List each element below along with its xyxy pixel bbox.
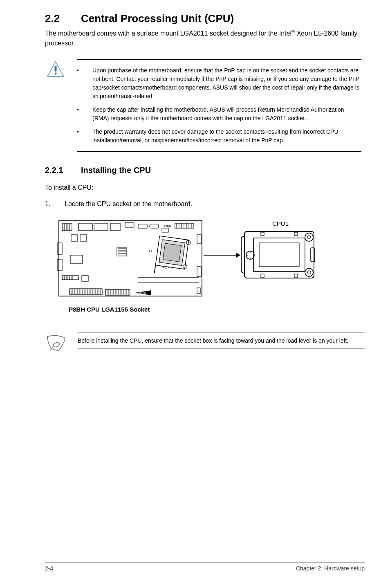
svg-rect-14 [138, 224, 147, 228]
callout-rule-bottom [77, 151, 361, 152]
svg-rect-97 [244, 231, 314, 278]
svg-rect-12 [110, 223, 120, 231]
bullet-icon: • [77, 105, 80, 123]
svg-rect-76 [105, 290, 130, 295]
svg-rect-27 [80, 235, 87, 241]
svg-point-2 [54, 72, 56, 74]
section-heading: 2.2 Central Processing Unit (CPU) [45, 12, 365, 25]
svg-text:P8BH: P8BH [164, 225, 171, 228]
svg-rect-44 [197, 235, 201, 244]
section-number: 2.2 [45, 12, 81, 25]
note-icon [46, 332, 66, 353]
svg-rect-29 [57, 259, 62, 271]
motherboard-figure: P8BH [56, 218, 365, 313]
warning-item: • The product warranty does not cover da… [77, 125, 361, 147]
subsection-title: Installing the CPU [81, 166, 151, 175]
intro-reg: ® [291, 29, 295, 34]
svg-rect-10 [78, 223, 92, 231]
svg-rect-4 [62, 223, 72, 231]
footer-page-number: 2-4 [45, 565, 53, 572]
svg-point-106 [305, 268, 313, 276]
svg-rect-55 [82, 276, 88, 281]
subsection-lead: To install a CPU: [45, 184, 365, 191]
section-title: Central Processing Unit (CPU) [81, 12, 234, 25]
step-text: Locate the CPU socket on the motherboard… [65, 200, 192, 208]
warning-item-text: Keep the cap after installing the mother… [92, 105, 361, 123]
svg-rect-99 [259, 243, 299, 267]
figure-caption: P8BH CPU LGA1155 Socket [69, 306, 365, 313]
svg-rect-13 [125, 222, 134, 227]
intro-text-pre: The motherboard comes with a surface mou… [45, 30, 291, 37]
svg-point-107 [307, 271, 311, 274]
svg-point-104 [305, 233, 313, 241]
svg-rect-110 [294, 232, 298, 236]
subsection-number: 2.2.1 [45, 166, 81, 175]
note-text: Before installing the CPU, ensure that t… [78, 333, 365, 348]
footer-chapter: Chapter 2: Hardware setup [296, 565, 365, 572]
svg-rect-46 [197, 288, 200, 294]
svg-rect-15 [150, 224, 159, 228]
warning-item: • Upon purchase of the motherboard, ensu… [77, 64, 361, 103]
svg-rect-28 [57, 243, 62, 254]
bullet-icon: • [77, 66, 80, 101]
cpu-label-text: CPU1 [272, 220, 289, 227]
warning-item-text: The product warranty does not cover dama… [92, 128, 361, 145]
svg-point-105 [307, 236, 311, 239]
svg-rect-111 [261, 274, 264, 277]
svg-line-43 [155, 265, 156, 273]
svg-point-37 [150, 250, 152, 252]
section-intro: The motherboard comes with a surface mou… [45, 28, 365, 48]
subsection-heading: 2.2.1 Installing the CPU [45, 166, 365, 175]
svg-rect-26 [71, 235, 78, 241]
svg-rect-18 [175, 223, 194, 228]
svg-rect-1 [55, 66, 57, 72]
svg-marker-96 [236, 253, 240, 258]
svg-rect-17 [162, 228, 168, 232]
svg-point-113 [53, 341, 60, 348]
svg-rect-11 [94, 223, 108, 231]
warning-callout: • Upon purchase of the motherboard, ensu… [45, 59, 365, 152]
svg-rect-30 [70, 255, 83, 263]
warning-item-text: Upon purchase of the motherboard, ensure… [92, 66, 361, 101]
warning-icon [46, 59, 65, 152]
svg-rect-112 [294, 274, 298, 277]
note-callout: Before installing the CPU, ensure that t… [45, 332, 365, 353]
svg-rect-40 [163, 243, 181, 262]
step-1: 1. Locate the CPU socket on the motherbo… [45, 200, 365, 208]
svg-text:/SUS: /SUS [138, 292, 146, 295]
bullet-icon: • [77, 128, 80, 145]
svg-rect-109 [261, 232, 264, 236]
step-number: 1. [45, 200, 53, 208]
warning-list: • Upon purchase of the motherboard, ensu… [77, 60, 361, 151]
note-rule-bottom [78, 348, 365, 349]
svg-rect-45 [197, 267, 201, 276]
page-footer: 2-4 Chapter 2: Hardware setup [45, 562, 365, 572]
warning-item: • Keep the cap after installing the moth… [77, 103, 361, 125]
